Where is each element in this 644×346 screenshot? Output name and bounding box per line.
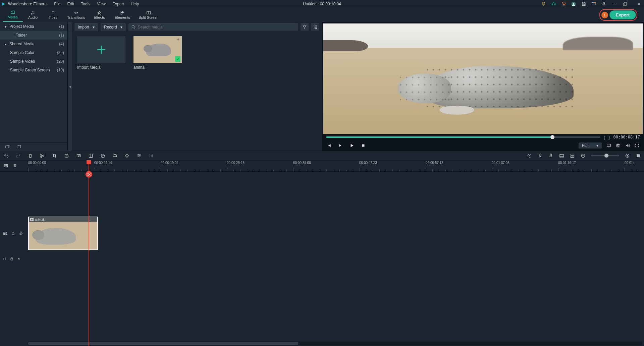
zoom-slider[interactable] xyxy=(591,155,619,156)
filter-icon[interactable] xyxy=(301,23,309,31)
tab-splitscreen[interactable]: Split Screen xyxy=(136,8,162,22)
speaker-icon[interactable] xyxy=(17,257,21,261)
freeze-frame-icon[interactable] xyxy=(76,153,81,158)
mixer-icon[interactable] xyxy=(559,153,564,158)
chevron-down-icon: ▾ xyxy=(93,25,95,30)
prev-frame-button[interactable] xyxy=(327,143,331,148)
next-frame-button[interactable] xyxy=(338,143,343,148)
tab-media[interactable]: Media xyxy=(3,8,23,22)
track-manager-icon[interactable] xyxy=(3,163,8,168)
timeline-clip-animal[interactable]: animal xyxy=(28,217,98,250)
sidebar-item-label: Shared Media xyxy=(9,42,35,46)
tab-effects-label: Effects xyxy=(94,15,105,19)
sidebar-item-project-media[interactable]: ▾ Project Media (1) xyxy=(0,22,67,31)
audio-mixer-icon[interactable] xyxy=(148,153,154,158)
menu-file[interactable]: File xyxy=(51,1,63,7)
color-match-icon[interactable] xyxy=(88,153,93,158)
add-to-timeline-icon[interactable] xyxy=(176,37,180,42)
import-media-card[interactable]: Import Media xyxy=(77,36,125,70)
split-icon[interactable] xyxy=(40,153,45,158)
delete-icon[interactable] xyxy=(28,153,33,158)
cart-icon[interactable] xyxy=(561,1,566,7)
headset-icon[interactable] xyxy=(551,1,556,7)
sidebar-item-shared-media[interactable]: ▸ Shared Media (4) xyxy=(0,40,67,48)
crop-icon[interactable] xyxy=(52,153,57,158)
window-close[interactable]: ✕ xyxy=(635,2,643,6)
folder-icon[interactable] xyxy=(16,145,21,149)
svg-rect-9 xyxy=(624,3,626,6)
mark-out-icon[interactable]: } xyxy=(608,135,610,140)
window-maximize[interactable] xyxy=(623,2,631,6)
snapshot-icon[interactable] xyxy=(616,143,621,148)
zoom-fit-icon[interactable] xyxy=(635,153,641,158)
account-icon[interactable] xyxy=(571,1,576,7)
media-search-input[interactable] xyxy=(138,25,295,30)
lock-icon[interactable] xyxy=(11,231,15,235)
magnet-icon[interactable] xyxy=(12,163,17,168)
play-button[interactable] xyxy=(350,143,354,148)
track-size-icon[interactable] xyxy=(570,153,575,158)
tab-effects[interactable]: Effects xyxy=(89,8,109,22)
svg-point-2 xyxy=(563,5,564,6)
lock-icon[interactable] xyxy=(10,257,14,261)
fullscreen-icon[interactable] xyxy=(635,143,639,148)
svg-point-28 xyxy=(316,28,317,28)
mic-icon[interactable] xyxy=(601,1,606,7)
scrub-handle[interactable] xyxy=(550,135,554,139)
timeline-ruler[interactable]: 00:00:00:0000:00:09:1400:00:19:0400:00:2… xyxy=(28,160,644,171)
message-icon[interactable] xyxy=(591,1,596,7)
scrollbar-thumb[interactable] xyxy=(28,342,298,345)
zoom-out-icon[interactable] xyxy=(580,153,586,158)
zoom-in-icon[interactable] xyxy=(625,153,630,158)
export-button[interactable]: Export xyxy=(609,10,636,19)
ruler-label: 00:00:09:14 xyxy=(94,161,112,165)
menu-view[interactable]: View xyxy=(94,1,108,7)
import-media-label: Import Media xyxy=(77,65,125,70)
menu-tools[interactable]: Tools xyxy=(78,1,93,7)
menu-edit[interactable]: Edit xyxy=(65,1,77,7)
sidebar-item-folder[interactable]: Folder (1) xyxy=(0,31,67,40)
idea-icon[interactable] xyxy=(541,1,546,7)
timeline-header: 00:00:00:0000:00:09:1400:00:19:0400:00:2… xyxy=(0,160,644,172)
preview-viewport[interactable] xyxy=(323,23,643,134)
eye-icon[interactable] xyxy=(18,231,23,235)
sidebar-collapse[interactable]: ◂ xyxy=(68,22,72,151)
detach-audio-icon[interactable] xyxy=(112,153,117,158)
grid-view-icon[interactable] xyxy=(311,23,319,31)
mark-in-icon[interactable]: { xyxy=(604,135,605,140)
volume-icon[interactable] xyxy=(625,143,630,148)
voiceover-icon[interactable] xyxy=(548,153,553,158)
save-icon[interactable] xyxy=(581,1,586,7)
keyframe-icon[interactable] xyxy=(124,153,129,158)
stop-button[interactable] xyxy=(361,143,366,148)
menu-help[interactable]: Help xyxy=(128,1,142,7)
tab-titles[interactable]: Titles xyxy=(43,8,63,22)
menu-export[interactable]: Export xyxy=(110,1,127,7)
timeline-scrollbar[interactable] xyxy=(28,342,642,345)
sidebar-item-label: Folder xyxy=(15,33,27,38)
media-item-animal[interactable]: animal xyxy=(133,36,182,70)
tab-audio[interactable]: Audio xyxy=(23,8,43,22)
new-folder-icon[interactable] xyxy=(5,145,10,149)
tab-elements[interactable]: Elements xyxy=(109,8,136,22)
sidebar-item-sample-color[interactable]: Sample Color (25) xyxy=(0,48,67,57)
marker-icon[interactable] xyxy=(537,153,543,158)
record-dropdown[interactable]: Record ▾ xyxy=(101,23,126,31)
window-minimize[interactable]: — xyxy=(611,2,619,6)
render-preview-icon[interactable] xyxy=(527,153,532,158)
export-badge: 1 xyxy=(601,12,608,18)
scrub-track[interactable] xyxy=(326,136,600,138)
tab-transitions[interactable]: Transitions xyxy=(63,8,89,22)
undo-icon[interactable] xyxy=(3,153,9,158)
green-screen-icon[interactable] xyxy=(100,153,105,158)
import-dropdown[interactable]: Import ▾ xyxy=(74,23,98,31)
zoom-handle[interactable] xyxy=(604,154,608,158)
redo-icon[interactable] xyxy=(15,153,21,158)
sidebar-item-sample-green-screen[interactable]: Sample Green Screen (10) xyxy=(0,66,67,74)
adjust-icon[interactable] xyxy=(136,153,142,158)
preview-quality-select[interactable]: Full ▾ xyxy=(579,142,602,149)
speed-icon[interactable] xyxy=(64,153,69,158)
preview-display-icon[interactable] xyxy=(606,143,611,148)
preview-quality-label: Full xyxy=(582,143,588,148)
sidebar-item-sample-video[interactable]: Sample Video (20) xyxy=(0,57,67,66)
